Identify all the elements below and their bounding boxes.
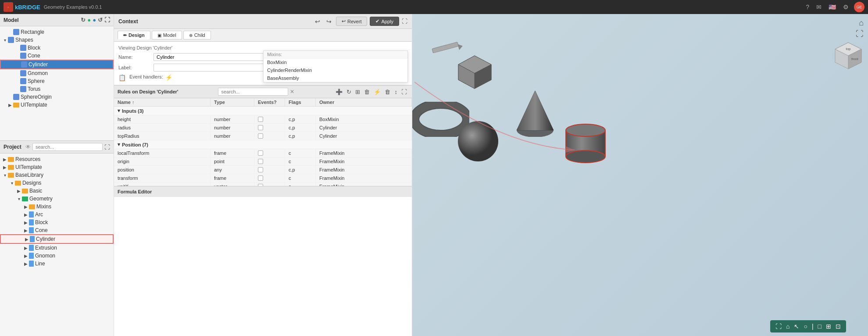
project-tree-mixins[interactable]: ▶ Mixins [0,203,114,211]
tab-design[interactable]: ✏ Design [118,31,150,39]
project-tree-designs[interactable]: ▾ Designs [0,179,114,187]
project-tree-block[interactable]: ▶ Block [0,218,114,226]
model-tree-item-block[interactable]: Block [0,44,114,52]
events-checkbox[interactable] [258,175,263,181]
settings-icon[interactable]: ⚙ [841,3,850,11]
mixin-item-baseassembly[interactable]: BaseAssembly [264,74,407,82]
model-tree-item-cone[interactable]: Cone [0,52,114,60]
expand-icon[interactable]: ▶ [23,228,29,233]
expand-icon[interactable]: ▶ [23,254,29,258]
rule-row-position[interactable]: position any c,p FrameMixin [114,166,412,174]
rule-events-origin[interactable] [254,157,285,165]
events-checkbox[interactable] [258,133,263,139]
inputs-collapse-icon[interactable]: ▾ [118,108,120,114]
revert-button[interactable]: ↩ Revert [336,17,367,26]
rule-row-unitx[interactable]: unitX vector c FrameMixin [114,182,412,186]
project-tree-extrusion[interactable]: ▶ Extrusion [0,244,114,252]
project-tree-uitemplate[interactable]: ▶ UITemplate [0,163,114,171]
nav-expand-icon[interactable]: ⛶ [856,29,864,39]
rule-row-height[interactable]: height number c,p BoxMixin [114,115,412,124]
expand-icon[interactable]: ▶ [2,165,8,170]
vtb-home-btn[interactable]: ⌂ [784,322,791,331]
events-checkbox[interactable] [258,117,263,122]
rule-row-radius[interactable]: radius number c,p Cylinder [114,124,412,132]
vtb-cursor-btn[interactable]: ↖ [792,322,801,331]
rule-events-height[interactable] [254,115,285,123]
user-avatar[interactable]: GE [854,2,864,12]
expand-icon[interactable]: ▶ [23,261,29,266]
project-tree-cylinder[interactable]: ▶ Cylinder [0,234,114,244]
mixin-item-boxmixin[interactable]: BoxMixin [264,58,407,66]
tab-model[interactable]: ▣ Model [152,31,182,39]
copy-icon[interactable]: 📋 [118,74,126,81]
events-checkbox[interactable] [258,167,263,172]
events-checkbox[interactable] [258,150,263,156]
project-eye-icon[interactable]: 👁 [25,144,31,150]
undo-button[interactable]: ↩ [313,17,322,26]
mail-icon[interactable]: ✉ [814,3,823,11]
events-checkbox[interactable] [258,159,263,164]
expand-icon[interactable]: ▾ [9,181,15,186]
rule-events-transform[interactable] [254,174,285,182]
expand-icon[interactable]: ▶ [24,237,30,242]
project-search-input[interactable] [32,143,103,151]
expand-icon[interactable]: ▶ [16,189,22,193]
model-tree-item-cylinder[interactable]: Cylinder [0,60,114,69]
vtb-circle-btn[interactable]: ○ [802,322,809,331]
rule-events-localtransform[interactable] [254,149,285,157]
project-tree-arc[interactable]: ▶ Arc [0,211,114,218]
project-tree-cone[interactable]: ▶ Cone [0,226,114,234]
rules-expand-button[interactable]: ⛶ [400,88,408,96]
expand-icon[interactable]: ▾ [2,173,8,178]
formula-editor-content[interactable] [114,197,412,336]
rule-events-topradius[interactable] [254,132,285,140]
rules-search-input[interactable] [218,88,288,96]
expand-icon[interactable]: ▶ [23,246,29,250]
apply-button[interactable]: ✔ Apply [370,17,399,26]
expand-icon[interactable]: ▾ [16,197,22,201]
flag-icon[interactable]: 🇺🇸 [827,3,838,11]
expand-icon[interactable]: ▾ [2,38,8,43]
rule-row-localtransform[interactable]: localTransform frame c FrameMixin [114,149,412,157]
model-tree-item-torus[interactable]: Torus [0,85,114,93]
project-tree-basic[interactable]: ▶ Basic [0,187,114,195]
model-tree-item-rectangle[interactable]: Rectangle [0,28,114,36]
vtb-rect-btn[interactable]: □ [816,322,823,331]
model-refresh-icon[interactable]: ↺ [98,17,103,23]
context-expand-icon[interactable]: ⛶ [402,18,407,25]
rules-sort-button[interactable]: ↕ [393,88,399,96]
vtb-export-btn[interactable]: ⊡ [834,322,843,331]
rules-refresh-button[interactable]: ↻ [345,88,353,96]
tab-child[interactable]: ⊕ Child [183,31,211,39]
project-tree-line[interactable]: ▶ Line [0,260,114,268]
model-expand-icon[interactable]: ⛶ [104,17,110,23]
expand-icon[interactable]: ▶ [2,157,8,162]
orientation-cube[interactable]: top front [833,40,864,71]
project-tree-gnomon[interactable]: ▶ Gnomon [0,252,114,260]
position-collapse-icon[interactable]: ▾ [118,142,120,147]
rule-events-unitx[interactable] [254,182,285,186]
project-tree-resources[interactable]: ▶ Resources [0,155,114,163]
project-tree-geometry[interactable]: ▾ Geometry [0,195,114,203]
redo-button[interactable]: ↪ [325,17,333,26]
rule-events-position[interactable] [254,166,285,174]
events-checkbox[interactable] [258,125,263,130]
rules-delete-button[interactable]: 🗑 [363,88,371,96]
expand-icon[interactable]: ▶ [23,204,29,209]
rule-row-topradius[interactable]: topRadius number c,p Cylinder [114,132,412,140]
model-tree-item-gnomon[interactable]: Gnomon [0,69,114,77]
position-group-header[interactable]: ▾ Position (7) [114,140,412,149]
model-tree-item-shapes[interactable]: ▾ Shapes [0,36,114,44]
model-sync-icon[interactable]: ↻ [81,17,86,23]
rule-events-radius[interactable] [254,124,285,132]
inputs-group-header[interactable]: ▾ Inputs (3) [114,107,412,115]
rules-delete2-button[interactable]: 🗑 [383,88,392,96]
nav-home-icon[interactable]: ⌂ [859,18,864,28]
help-icon[interactable]: ? [804,3,811,11]
rule-row-transform[interactable]: transform frame c FrameMixin [114,174,412,182]
expand-icon[interactable]: ▶ [23,220,29,225]
mixin-item-cylinderrendermixin[interactable]: CylinderRenderMixin [264,66,407,74]
vtb-expand-btn[interactable]: ⛶ [774,322,783,331]
model-tree-item-sphere[interactable]: Sphere [0,77,114,85]
vtb-grid-btn[interactable]: ⊞ [824,322,833,331]
